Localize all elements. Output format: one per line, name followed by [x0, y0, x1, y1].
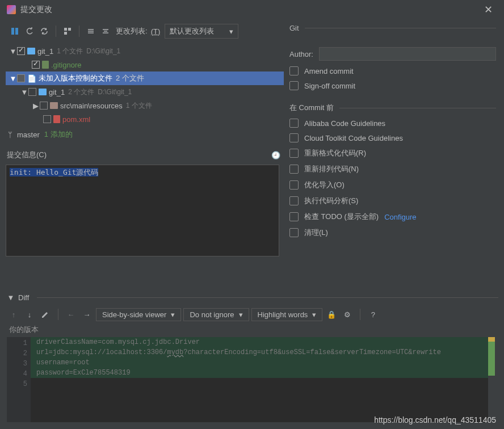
author-label: Author: — [289, 50, 313, 58]
check-cloudtoolkit[interactable] — [289, 133, 299, 142]
show-diff-icon[interactable] — [8, 24, 22, 38]
chevron-down-icon[interactable]: ▼ — [9, 47, 17, 56]
window-title: 提交更改 — [20, 5, 480, 15]
code-line — [31, 378, 488, 388]
amend-label: Amend commit — [304, 67, 354, 75]
back-icon[interactable]: ← — [64, 308, 78, 321]
amend-checkbox[interactable] — [289, 66, 299, 75]
signoff-label: Sign-off commit — [304, 82, 355, 90]
branch-row: ᛘ master 1 添加的 — [6, 126, 284, 143]
tree-sub[interactable]: ▼ git_1 2 个文件 D:\Git\git_1 — [6, 85, 284, 99]
changelist-label: 更改列表: — [116, 26, 148, 36]
chevron-down-icon: ▾ — [229, 27, 233, 36]
minimap[interactable] — [488, 337, 495, 422]
branch-name: master — [17, 131, 40, 139]
git-section-header: Git — [289, 24, 496, 32]
author-input[interactable] — [319, 47, 496, 61]
chevron-down-icon: ▾ — [312, 310, 316, 319]
gear-icon[interactable]: ⚙ — [341, 308, 354, 321]
group-icon[interactable] — [61, 24, 74, 38]
svg-rect-1 — [68, 28, 71, 31]
chevron-down-icon: ▾ — [239, 310, 243, 319]
checkbox[interactable] — [28, 88, 36, 96]
check-todo[interactable] — [289, 212, 299, 221]
checkbox[interactable] — [43, 115, 51, 123]
file-icon — [42, 61, 49, 69]
check-analyze[interactable] — [289, 196, 299, 205]
your-version-label: 你的版本 — [7, 322, 498, 336]
chevron-down-icon[interactable]: ▼ — [20, 88, 28, 96]
changelist-dropdown-label: 默认更改列表 — [170, 26, 214, 36]
revert-icon[interactable] — [23, 24, 36, 38]
chevron-right-icon[interactable]: ▶ — [32, 102, 40, 110]
tree-unversioned[interactable]: ▼ 📄 未加入版本控制的文件 2 个文件 — [6, 72, 284, 85]
edit-diff-icon[interactable] — [39, 308, 52, 321]
code-line: driverClassName=com.mysql.cj.jdbc.Driver — [31, 337, 488, 347]
tree-file-pom[interactable]: pom.xml — [6, 112, 284, 126]
folder-icon — [27, 48, 35, 54]
check-alibaba[interactable] — [289, 119, 299, 128]
changelist-key: (T) — [151, 27, 161, 36]
commit-msg-label: 提交信息(C) — [7, 150, 47, 160]
checkbox[interactable] — [17, 74, 25, 82]
check-reformat[interactable] — [289, 149, 299, 158]
close-icon[interactable]: ✕ — [480, 1, 497, 18]
file-icon — [53, 115, 60, 123]
checkbox[interactable] — [40, 102, 48, 110]
changes-toolbar: 更改列表: (T) 默认更改列表 ▾ — [6, 23, 284, 42]
unversioned-icon: 📄 — [27, 74, 36, 83]
highlight-dropdown[interactable]: Highlight words▾ — [251, 308, 323, 321]
diff-toolbar: ↑ ↓ ← → Side-by-side viewer▾ Do not igno… — [7, 304, 498, 322]
chevron-down-icon: ▾ — [171, 310, 175, 319]
folder-icon — [39, 89, 47, 95]
lock-icon[interactable]: 🔒 — [325, 308, 338, 321]
ignore-dropdown[interactable]: Do not ignore▾ — [183, 308, 249, 321]
diff-label: Diff — [18, 293, 29, 302]
check-cleanup[interactable] — [289, 228, 299, 237]
code-line: password=ExCle785548319 — [31, 368, 488, 378]
diff-viewer: 12345 driverClassName=com.mysql.cj.jdbc.… — [7, 337, 495, 422]
gutter: 12345 — [7, 337, 31, 422]
configure-link[interactable]: Configure — [384, 213, 416, 221]
tree-root[interactable]: ▼ git_1 1 个文件 D:\Git\git_1 — [6, 44, 284, 58]
diff-section-header[interactable]: ▼ Diff — [7, 291, 498, 304]
refresh-icon[interactable] — [37, 24, 51, 38]
check-rearrange[interactable] — [289, 165, 299, 174]
prev-diff-icon[interactable]: ↑ — [7, 308, 20, 321]
changelist-dropdown[interactable]: 默认更改列表 ▾ — [165, 24, 238, 39]
code-line: url=jdbc:mysql://localhost:3306/mydb?cha… — [31, 347, 488, 358]
checkbox[interactable] — [17, 47, 25, 55]
checkbox[interactable] — [32, 61, 40, 69]
svg-rect-2 — [64, 32, 67, 35]
changes-tree: ▼ git_1 1 个文件 D:\Git\git_1 .gitignore ▼ … — [6, 44, 284, 126]
collapse-icon[interactable] — [99, 24, 112, 38]
code-line: username=root — [31, 358, 488, 368]
code-pane[interactable]: driverClassName=com.mysql.cj.jdbc.Driver… — [31, 337, 488, 422]
watermark: https://blog.csdn.net/qq_43511405 — [374, 415, 496, 424]
before-commit-header: 在 Commit 前 — [289, 103, 496, 113]
next-diff-icon[interactable]: ↓ — [23, 308, 36, 321]
branch-icon: ᛘ — [8, 131, 12, 139]
folder-icon — [50, 102, 58, 109]
chevron-down-icon[interactable]: ▼ — [7, 293, 15, 302]
viewer-mode-dropdown[interactable]: Side-by-side viewer▾ — [96, 308, 181, 321]
help-icon[interactable]: ? — [366, 308, 380, 321]
signoff-checkbox[interactable] — [289, 81, 299, 90]
commit-message-input[interactable]: init: Hello_Git源代码 — [6, 165, 279, 256]
history-icon[interactable]: 🕘 — [271, 151, 280, 159]
tree-res[interactable]: ▶ src\main\resources 1 个文件 — [6, 99, 284, 112]
added-count: 1 添加的 — [44, 129, 73, 140]
svg-rect-0 — [64, 28, 67, 31]
tree-file-gitignore[interactable]: .gitignore — [6, 58, 284, 72]
app-icon — [7, 5, 16, 14]
chevron-down-icon[interactable]: ▼ — [9, 74, 17, 83]
check-optimize[interactable] — [289, 180, 299, 190]
expand-icon[interactable] — [84, 24, 98, 38]
forward-icon[interactable]: → — [80, 308, 94, 321]
